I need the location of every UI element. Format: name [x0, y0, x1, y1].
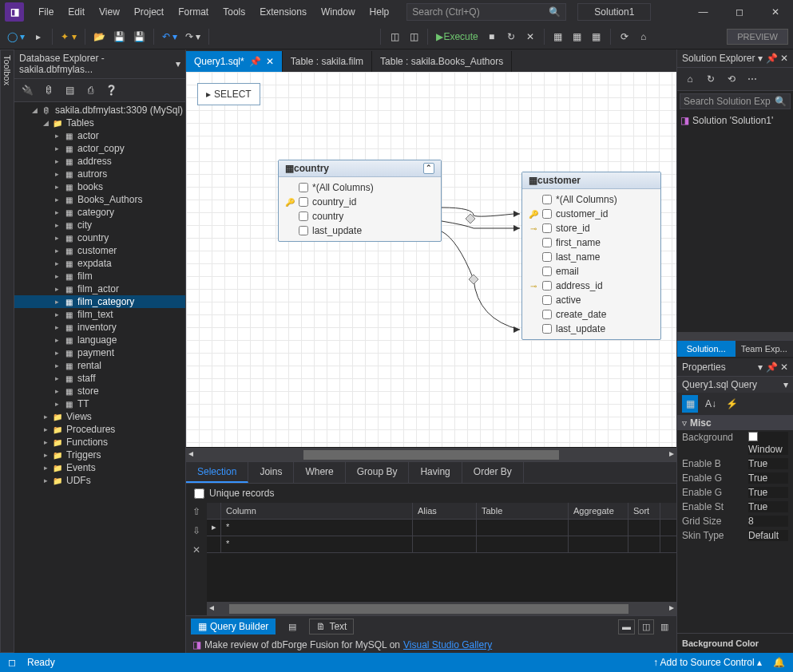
column-row[interactable]: active	[525, 293, 657, 307]
unique-records-checkbox[interactable]: Unique records	[186, 484, 676, 503]
save-all-icon[interactable]: 💾	[131, 28, 148, 45]
events-icon[interactable]: ⚡	[724, 395, 740, 413]
menu-help[interactable]: Help	[363, 3, 396, 21]
query-designer-surface[interactable]: ▸ SELECT ▦ country ⌃ *(All Columns)🔑coun…	[186, 72, 676, 447]
grid-header[interactable]: Alias	[413, 503, 477, 519]
property-row[interactable]: Skin TypeDefault	[677, 528, 793, 543]
menu-file[interactable]: File	[32, 3, 60, 21]
property-row[interactable]: Enable GTrue	[677, 485, 793, 500]
back-icon[interactable]: ◯ ▾	[5, 28, 27, 45]
query-builder-tab[interactable]: ▦Query Builder	[191, 619, 276, 634]
dropdown-icon[interactable]: ▾ 📌 ✕	[758, 53, 788, 64]
misc-category[interactable]: ▿ Misc	[677, 416, 793, 430]
execute-button[interactable]: ▶ Execute	[434, 28, 480, 45]
alpha-icon[interactable]: A↓	[703, 395, 719, 413]
column-row[interactable]: last_update	[282, 223, 438, 238]
tree-node[interactable]: ▸▦autrors	[14, 168, 185, 180]
tree-node[interactable]: ▸▦language	[14, 334, 185, 346]
menu-format[interactable]: Format	[172, 3, 215, 21]
tree-node[interactable]: ▸▦staff	[14, 372, 185, 385]
column-row[interactable]: email	[525, 264, 657, 279]
tree-node[interactable]: ▸▦film_text	[14, 308, 185, 321]
doc-tab[interactable]: Table : sakila.Books_Authors	[372, 51, 512, 72]
tree-node[interactable]: ◢🛢sakila.dbfmylast:3309 (MySql)	[14, 104, 185, 117]
text-tab[interactable]: 🗎Text	[309, 619, 354, 634]
help-icon[interactable]: ❔	[103, 81, 120, 99]
grid-header[interactable]: Sort	[628, 503, 660, 519]
property-row[interactable]: Enable StTrue	[677, 500, 793, 514]
tree-node[interactable]: ◢📁Tables	[14, 117, 185, 129]
column-row[interactable]: last_update	[525, 322, 657, 336]
grid-header[interactable]: Aggregate	[569, 503, 628, 519]
home-icon[interactable]: ⌂	[682, 70, 698, 88]
open-icon[interactable]: 📂	[91, 28, 108, 45]
layout-icon-2[interactable]: ◫	[638, 619, 654, 634]
se-scrollbar[interactable]	[677, 332, 793, 340]
solution-tree[interactable]: ◨ Solution 'Solution1'	[677, 112, 793, 332]
tree-node[interactable]: ▸▦payment	[14, 346, 185, 359]
tree-node[interactable]: ▸📁Triggers	[14, 449, 185, 461]
tree-node[interactable]: ▸📁UDFs	[14, 474, 185, 487]
cancel-icon[interactable]: ✕	[522, 28, 538, 45]
new-project-icon[interactable]: ✦ ▾	[58, 28, 78, 45]
tree-node[interactable]: ▸▦country	[14, 231, 185, 244]
menu-extensions[interactable]: Extensions	[253, 3, 313, 21]
solution-search-input[interactable]: Search Solution Exp🔍	[680, 93, 791, 109]
subtab-selection[interactable]: Selection	[186, 462, 248, 483]
tree-node[interactable]: ▸▦inventory	[14, 321, 185, 334]
subtab-where[interactable]: Where	[294, 462, 345, 483]
table-customer[interactable]: ▦ customer *(All Columns)🔑customer_id⊸st…	[521, 172, 661, 340]
tb-icon-4[interactable]: ▦	[569, 28, 585, 45]
forward-icon[interactable]: ▸	[30, 28, 46, 45]
column-row[interactable]: country	[282, 209, 438, 223]
solution-root[interactable]: ◨ Solution 'Solution1'	[680, 113, 790, 128]
refresh-icon[interactable]: ↻	[503, 28, 519, 45]
menu-project[interactable]: Project	[128, 3, 170, 21]
move-down-icon[interactable]: ⇩	[192, 525, 200, 536]
table-country-header[interactable]: ▦ country ⌃	[279, 160, 441, 177]
tree-node[interactable]: ▸📁Events	[14, 461, 185, 474]
column-row[interactable]: 🔑customer_id	[525, 207, 657, 221]
refresh-icon[interactable]: ↻	[703, 70, 719, 88]
tree-node[interactable]: ▸▦address	[14, 155, 185, 168]
stop-icon[interactable]: ■	[484, 28, 500, 45]
table-customer-header[interactable]: ▦ customer	[522, 172, 660, 189]
team-explorer-tab[interactable]: Team Exp...	[736, 341, 794, 357]
grid-header[interactable]: Table	[477, 503, 569, 519]
grid-header[interactable]	[207, 503, 221, 519]
subtab-order-by[interactable]: Order By	[462, 462, 524, 483]
tree-node[interactable]: ▸▦books	[14, 180, 185, 193]
subtab-group-by[interactable]: Group By	[346, 462, 410, 483]
sync-icon[interactable]: ⟲	[724, 70, 739, 88]
move-up-icon[interactable]: ⇧	[192, 506, 200, 517]
tree-node[interactable]: ▸▦Books_Authors	[14, 193, 185, 206]
tree-node[interactable]: ▸📁Functions	[14, 436, 185, 449]
tree-node[interactable]: ▸▦city	[14, 219, 185, 231]
gallery-link[interactable]: Visual Studio Gallery	[403, 639, 492, 650]
connect-icon[interactable]: 🔌	[19, 81, 36, 99]
properties-subject[interactable]: Query1.sql Query▾	[677, 377, 793, 393]
save-icon[interactable]: 💾	[111, 28, 128, 45]
delete-row-icon[interactable]: ✕	[192, 544, 200, 555]
tree-node[interactable]: ▸▦film_actor	[14, 283, 185, 295]
pin-icon[interactable]: ▾	[176, 58, 180, 69]
tb-icon-7[interactable]: ⌂	[636, 28, 652, 45]
tb-icon-2[interactable]: ◫	[406, 28, 422, 45]
layout-icon-3[interactable]: ▥	[657, 619, 672, 634]
tb-icon-1[interactable]: ◫	[387, 28, 402, 45]
column-row[interactable]: first_name	[525, 235, 657, 250]
add-icon[interactable]: 🛢	[41, 81, 57, 99]
tb-icon-6[interactable]: ⟳	[617, 28, 632, 45]
tree-node[interactable]: ▸▦customer	[14, 244, 185, 257]
horizontal-scrollbar[interactable]: ◂▸	[186, 447, 676, 461]
property-row[interactable]: Grid Size8	[677, 514, 793, 528]
tree-node[interactable]: ▸▦expdata	[14, 257, 185, 270]
doc-tab[interactable]: Table : sakila.film	[283, 51, 372, 72]
tb-icon[interactable]: ▤	[282, 620, 303, 634]
minimize-button[interactable]: —	[685, 0, 721, 24]
tree-node[interactable]: ▸▦film	[14, 270, 185, 283]
column-row[interactable]: *(All Columns)	[525, 192, 657, 207]
new-query-icon[interactable]: ⎙	[82, 81, 98, 99]
column-row[interactable]: ⊸store_id	[525, 221, 657, 235]
tb-icon-5[interactable]: ▦	[589, 28, 605, 45]
